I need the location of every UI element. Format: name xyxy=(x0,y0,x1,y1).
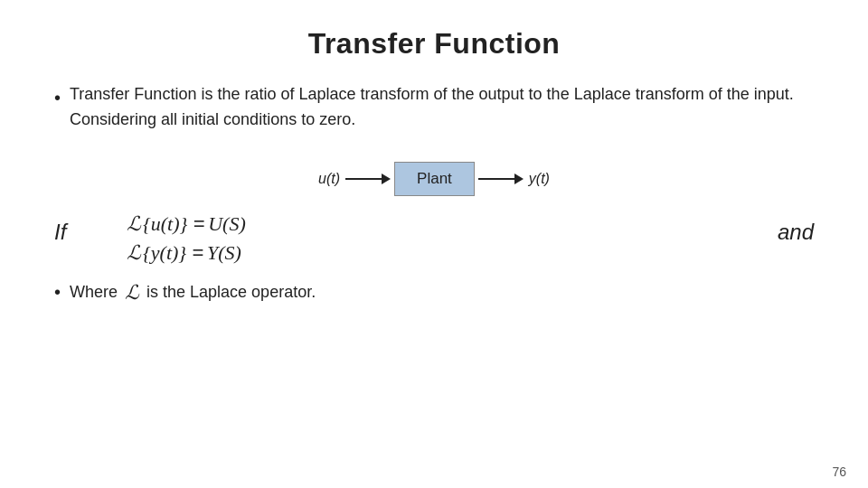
eq1-result: U(S) xyxy=(208,212,246,236)
arrow-right xyxy=(478,174,524,184)
math-section: If ℒ {u(t)} = U(S) ℒ {y(t)} = Y(S) and xyxy=(54,212,814,265)
eq2-arg: {y(t)} xyxy=(143,241,186,265)
eq2-equals: = xyxy=(192,241,203,265)
arrowhead-right xyxy=(514,174,524,184)
laplace-op-2: ℒ xyxy=(127,241,141,265)
math-if-label: If xyxy=(54,220,99,245)
math-equations: ℒ {u(t)} = U(S) ℒ {y(t)} = Y(S) xyxy=(127,212,741,265)
bullet-section-2: • Where ℒ is the Laplace operator. xyxy=(54,281,316,305)
arrow-line-right xyxy=(478,178,514,180)
math-eq-1: ℒ {u(t)} = U(S) xyxy=(127,212,741,236)
eq1-arg: {u(t)} xyxy=(143,212,187,236)
diagram-input-label: u(t) xyxy=(318,171,340,187)
slide-title: Transfer Function xyxy=(54,27,814,61)
eq2-result: Y(S) xyxy=(207,241,241,265)
bullet-dot-1: • xyxy=(54,84,61,111)
bullet-dot-2: • xyxy=(54,282,61,303)
where-rest-text: is the Laplace operator. xyxy=(146,283,316,302)
bullet-section-1: • Transfer Function is the ratio of Lapl… xyxy=(54,82,814,136)
laplace-op-1: ℒ xyxy=(127,212,141,236)
eq1-equals: = xyxy=(193,212,204,236)
block-diagram: u(t) Plant y(t) xyxy=(54,162,814,196)
plant-box: Plant xyxy=(394,162,475,196)
laplace-symbol-inline: ℒ xyxy=(125,281,139,305)
arrowhead-left xyxy=(382,174,391,184)
where-text: Where xyxy=(70,283,118,302)
bullet-item-1: • Transfer Function is the ratio of Lapl… xyxy=(54,82,814,133)
plant-label: Plant xyxy=(417,170,452,187)
bullet-text-1: Transfer Function is the ratio of Laplac… xyxy=(70,82,814,133)
arrow-line-left xyxy=(345,178,382,180)
page-number: 76 xyxy=(832,465,846,479)
slide: Transfer Function • Transfer Function is… xyxy=(0,0,868,488)
arrow-left xyxy=(345,174,391,184)
math-eq-2: ℒ {y(t)} = Y(S) xyxy=(127,241,741,265)
math-and-label: and xyxy=(778,220,814,245)
diagram-output-label: y(t) xyxy=(529,171,550,187)
